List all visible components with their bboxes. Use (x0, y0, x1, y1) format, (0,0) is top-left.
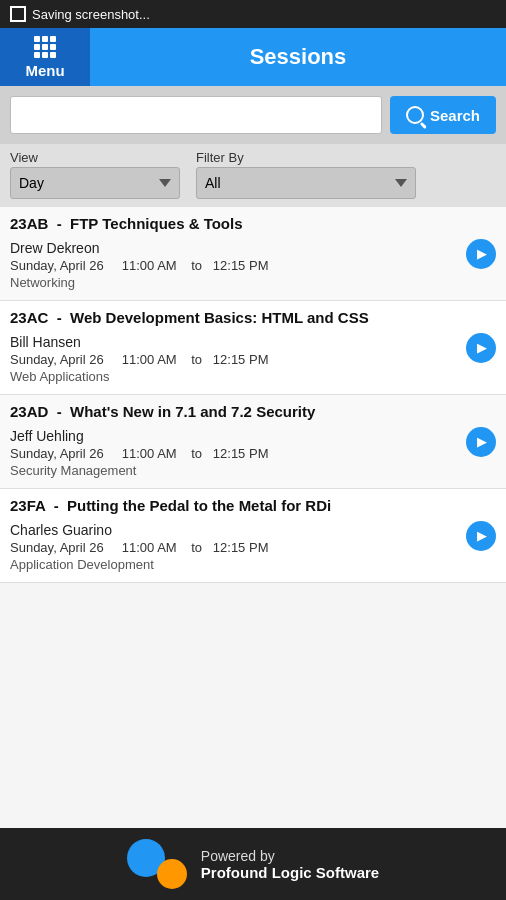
session-speaker: Drew Dekreon (10, 240, 496, 256)
sessions-list: 23AB - FTP Techniques & Tools Drew Dekre… (0, 207, 506, 845)
screenshot-icon (10, 6, 26, 22)
footer-text: Powered by Profound Logic Software (201, 848, 379, 881)
session-category: Application Development (10, 557, 496, 572)
session-code-title: 23AB - FTP Techniques & Tools (10, 215, 496, 232)
filterby-label: Filter By (196, 150, 416, 165)
search-icon (406, 106, 424, 124)
session-item: 23AC - Web Development Basics: HTML and … (0, 301, 506, 395)
session-arrow-button[interactable] (466, 521, 496, 551)
footer-logo (127, 839, 187, 889)
search-button[interactable]: Search (390, 96, 496, 134)
footer: Powered by Profound Logic Software (0, 828, 506, 900)
logo-circle-orange (157, 859, 187, 889)
view-filter-label: View (10, 150, 180, 165)
grid-icon (34, 36, 56, 58)
session-speaker: Jeff Uehling (10, 428, 496, 444)
company-name: Profound Logic Software (201, 864, 379, 881)
session-datetime: Sunday, April 26 11:00 AM to 12:15 PM (10, 258, 496, 273)
filters-bar: View Day Week All Filter By All Networki… (0, 144, 506, 207)
page-title: Sessions (90, 28, 506, 86)
system-bar-text: Saving screenshot... (32, 7, 150, 22)
session-category: Networking (10, 275, 496, 290)
search-input[interactable] (10, 96, 382, 134)
session-arrow-button[interactable] (466, 239, 496, 269)
session-code-title: 23AD - What's New in 7.1 and 7.2 Securit… (10, 403, 496, 420)
powered-by-label: Powered by (201, 848, 379, 864)
session-datetime: Sunday, April 26 11:00 AM to 12:15 PM (10, 352, 496, 367)
session-item: 23AB - FTP Techniques & Tools Drew Dekre… (0, 207, 506, 301)
menu-label: Menu (25, 62, 64, 79)
session-category: Security Management (10, 463, 496, 478)
session-item: 23FA - Putting the Pedal to the Metal fo… (0, 489, 506, 583)
session-arrow-button[interactable] (466, 427, 496, 457)
search-bar: Search (0, 86, 506, 144)
menu-button[interactable]: Menu (0, 28, 90, 86)
session-arrow-button[interactable] (466, 333, 496, 363)
session-code-title: 23AC - Web Development Basics: HTML and … (10, 309, 496, 326)
session-datetime: Sunday, April 26 11:00 AM to 12:15 PM (10, 446, 496, 461)
filterby-select[interactable]: All Networking Web Applications Security… (196, 167, 416, 199)
view-select[interactable]: Day Week All (10, 167, 180, 199)
system-bar: Saving screenshot... (0, 0, 506, 28)
session-item: 23AD - What's New in 7.1 and 7.2 Securit… (0, 395, 506, 489)
session-speaker: Charles Guarino (10, 522, 496, 538)
session-datetime: Sunday, April 26 11:00 AM to 12:15 PM (10, 540, 496, 555)
header: Menu Sessions (0, 28, 506, 86)
view-filter-group: View Day Week All (10, 150, 180, 199)
search-button-label: Search (430, 107, 480, 124)
session-code-title: 23FA - Putting the Pedal to the Metal fo… (10, 497, 496, 514)
session-speaker: Bill Hansen (10, 334, 496, 350)
session-category: Web Applications (10, 369, 496, 384)
filterby-group: Filter By All Networking Web Application… (196, 150, 416, 199)
